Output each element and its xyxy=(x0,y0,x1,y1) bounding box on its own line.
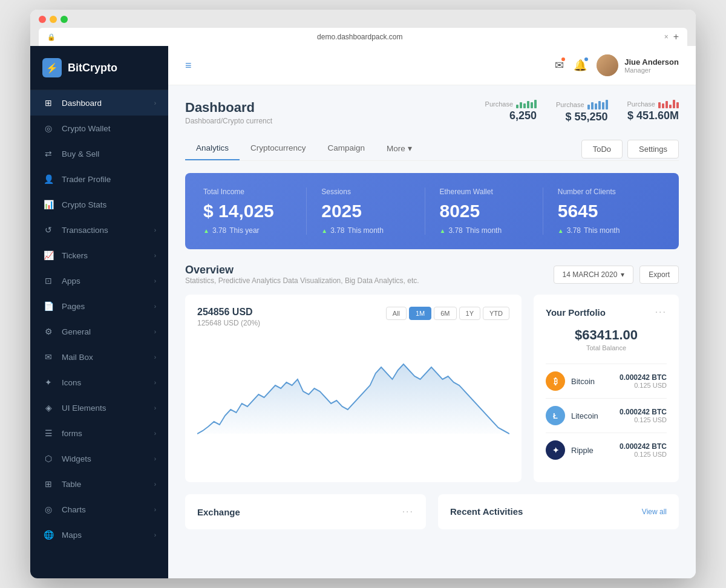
maximize-dot[interactable] xyxy=(60,16,68,23)
tab-cryptocurrency[interactable]: Cryptocurrency xyxy=(240,137,317,160)
user-details: Jiue Anderson Manager xyxy=(624,57,679,74)
sidebar-item-mail-box[interactable]: ✉ Mail Box › xyxy=(30,344,168,370)
stat-value-1: $ 55,250 xyxy=(556,111,607,123)
tab-action-settings[interactable]: Settings xyxy=(627,140,679,158)
nav-arrow-mail-box: › xyxy=(154,354,156,361)
sidebar-item-charts[interactable]: ◎ Charts › xyxy=(30,497,168,522)
header-left: ≡ xyxy=(185,59,192,72)
stats-card-sub-total-income: ▲ 3.78 This year xyxy=(203,226,292,235)
user-name: Jiue Anderson xyxy=(624,57,679,67)
nav-icon-transactions: ↺ xyxy=(42,224,54,236)
stat-bar-0-2 xyxy=(523,103,526,108)
nav-label-maps: Maps xyxy=(62,531,154,540)
nav-icon-mail-box: ✉ xyxy=(42,351,54,363)
stat-bars-0 xyxy=(516,100,537,108)
nav-label-trader-profile: Trader Profile xyxy=(62,175,156,184)
stats-card-ethereum: Ethereum Wallet 8025 ▲ 3.78 This month xyxy=(425,188,543,235)
nav-icon-apps: ⊡ xyxy=(42,275,54,287)
exchange-menu-icon[interactable]: ··· xyxy=(402,506,414,517)
stat-bar-2-3 xyxy=(669,105,672,108)
portfolio-label: Total Balance xyxy=(546,344,667,351)
stat-bar-0-1 xyxy=(520,102,522,108)
stats-card-value-ethereum: 8025 xyxy=(440,201,528,221)
period-btn-1y[interactable]: 1Y xyxy=(459,307,480,320)
sidebar-item-tickers[interactable]: 📈 Tickers › xyxy=(30,243,168,268)
nav-label-crypto-stats: Crypto Stats xyxy=(62,200,156,209)
sidebar-item-buy-sell[interactable]: ⇄ Buy & Sell xyxy=(30,141,168,166)
stats-card-label-sessions: Sessions xyxy=(321,188,410,196)
nav-icon-tickers: 📈 xyxy=(42,249,54,261)
stats-card-clients: Number of Clients 5645 ▲ 3.78 This month xyxy=(543,188,661,235)
minimize-dot[interactable] xyxy=(50,16,57,23)
crypto-name-ripple: Ripple xyxy=(571,446,620,455)
new-tab-icon[interactable]: + xyxy=(673,31,679,42)
nav-icon-widgets: ⬡ xyxy=(42,452,54,465)
user-info[interactable]: Jiue Anderson Manager xyxy=(597,54,679,76)
sidebar-item-table[interactable]: ⊞ Table › xyxy=(30,471,168,497)
nav-label-forms: forms xyxy=(62,429,154,438)
url-bar[interactable]: demo.dashboardpack.com xyxy=(60,33,659,41)
nav-icon-buy-sell: ⇄ xyxy=(42,148,54,160)
portfolio-menu-icon[interactable]: ··· xyxy=(655,307,667,318)
crypto-item-litecoin: Ł Litecoin 0.000242 BTC 0.125 USD xyxy=(546,398,667,433)
tab-bar: AnalyticsCryptocurrencyCampaignMore ▾ To… xyxy=(185,137,679,161)
period-btn-1m[interactable]: 1M xyxy=(409,307,431,320)
sidebar-item-crypto-stats[interactable]: 📊 Crypto Stats xyxy=(30,192,168,217)
header-right: ✉ 🔔 Jiue Anderson Manager xyxy=(555,54,679,76)
sidebar-item-icons[interactable]: ✦ Icons › xyxy=(30,370,168,395)
exchange-card: Exchange ··· xyxy=(185,494,426,529)
sidebar-item-crypto-wallet[interactable]: ◎ Crypto Wallet xyxy=(30,116,168,141)
hamburger-icon[interactable]: ≡ xyxy=(185,59,192,72)
stat-value-2: $ 451.60M xyxy=(627,109,679,122)
sidebar-item-transactions[interactable]: ↺ Transactions › xyxy=(30,217,168,243)
header-stat-1: Purchase $ 55,250 xyxy=(556,100,607,123)
header-stats: Purchase 6,250 Purchase $ 55,250 Purchas… xyxy=(485,100,679,123)
nav-arrow-apps: › xyxy=(154,278,156,284)
chart-header: 254856 USD 125648 USD (20%) All1M6M1YYTD xyxy=(197,307,509,327)
chart-title-area: 254856 USD 125648 USD (20%) xyxy=(197,307,260,327)
crypto-amount-ripple: 0.000242 BTC xyxy=(620,442,667,451)
tab-action-todo[interactable]: ToDo xyxy=(581,140,623,158)
overview-subtitle: Statistics, Predictive Analytics Data Vi… xyxy=(185,276,419,285)
date-picker[interactable]: 14 MARCH 2020 ▾ xyxy=(554,266,634,284)
sidebar-item-dashboard[interactable]: ⊞ Dashboard › xyxy=(30,90,168,116)
sidebar-item-widgets[interactable]: ⬡ Widgets › xyxy=(30,446,168,471)
close-dot[interactable] xyxy=(39,16,46,23)
sidebar-item-forms[interactable]: ☰ forms › xyxy=(30,420,168,446)
crypto-info-litecoin: Litecoin xyxy=(571,411,620,420)
tab-more[interactable]: More ▾ xyxy=(376,137,423,160)
nav-label-charts: Charts xyxy=(62,505,154,514)
logo-text: BitCrypto xyxy=(68,62,117,74)
sidebar-item-trader-profile[interactable]: 👤 Trader Profile xyxy=(30,166,168,192)
export-button[interactable]: Export xyxy=(639,266,679,284)
nav-arrow-tickers: › xyxy=(154,252,156,259)
sidebar-item-pages[interactable]: 📄 Pages › xyxy=(30,293,168,319)
sidebar-item-general[interactable]: ⚙ General › xyxy=(30,319,168,344)
sidebar-item-ui-elements[interactable]: ◈ UI Elements › xyxy=(30,395,168,420)
nav-icon-crypto-wallet: ◎ xyxy=(42,122,54,134)
crypto-usd-ripple: 0.125 USD xyxy=(620,451,667,458)
notification-icon[interactable]: 🔔 xyxy=(574,59,587,72)
period-btn-all[interactable]: All xyxy=(386,307,407,320)
tab-nav: AnalyticsCryptocurrencyCampaignMore ▾ xyxy=(185,137,423,160)
sidebar-item-apps[interactable]: ⊡ Apps › xyxy=(30,268,168,293)
nav-arrow-icons: › xyxy=(154,379,156,386)
sidebar-item-maps[interactable]: 🌐 Maps › xyxy=(30,522,168,547)
notification-badge xyxy=(583,56,589,62)
overview-title: Overview xyxy=(185,264,419,276)
tab-campaign[interactable]: Campaign xyxy=(317,137,376,160)
mail-icon[interactable]: ✉ xyxy=(555,59,564,72)
nav-arrow-ui-elements: › xyxy=(154,405,156,411)
stats-card-label-clients: Number of Clients xyxy=(558,188,646,196)
nav-icon-forms: ☰ xyxy=(42,427,54,439)
tab-analytics[interactable]: Analytics xyxy=(185,137,240,160)
nav-label-tickers: Tickers xyxy=(62,251,154,260)
stats-card-value-total-income: $ 14,025 xyxy=(203,201,292,221)
crypto-values-ripple: 0.000242 BTC 0.125 USD xyxy=(620,442,667,458)
arrow-up-icon: ▲ xyxy=(558,227,564,234)
portfolio-section: Your Portfolio ··· $63411.00 Total Balan… xyxy=(534,295,679,482)
view-all-link[interactable]: View all xyxy=(642,508,667,516)
tab-close-icon[interactable]: × xyxy=(664,33,669,41)
period-btn-6m[interactable]: 6M xyxy=(434,307,456,320)
period-btn-ytd[interactable]: YTD xyxy=(483,307,509,320)
